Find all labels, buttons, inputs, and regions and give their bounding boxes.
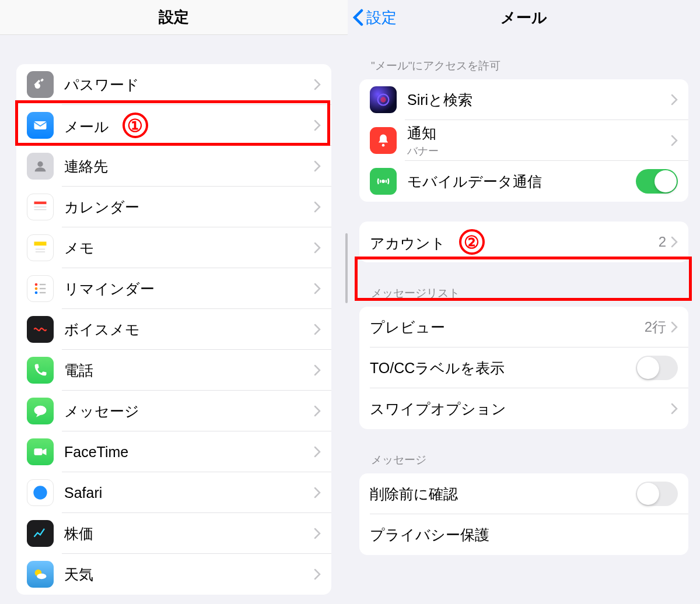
- chevron-right-icon: [671, 135, 678, 146]
- chevron-right-icon: [671, 94, 678, 106]
- settings-item-mail[interactable]: メール ①: [16, 105, 331, 146]
- settings-item-contacts[interactable]: 連絡先: [16, 146, 331, 187]
- annotation-badge-2: ②: [459, 229, 485, 255]
- svg-rect-9: [34, 242, 47, 246]
- chevron-right-icon: [314, 324, 321, 335]
- navbar-settings: 設定: [0, 0, 348, 35]
- settings-item-label: カレンダー: [64, 198, 314, 217]
- siri-label: Siriと検索: [407, 90, 671, 110]
- chevron-right-icon: [671, 403, 678, 415]
- chevron-right-icon: [314, 201, 321, 213]
- cellular-data-row: モバイルデータ通信: [359, 161, 688, 202]
- chevron-right-icon: [671, 236, 678, 248]
- phone-icon: [27, 357, 54, 384]
- svg-rect-6: [34, 204, 47, 212]
- settings-item-label: FaceTime: [64, 444, 314, 461]
- message-list-header: メッセージリスト: [359, 286, 688, 307]
- calendar-icon: [27, 194, 54, 220]
- page-title: 設定: [159, 7, 189, 27]
- svg-rect-2: [40, 79, 44, 82]
- svg-rect-20: [34, 448, 43, 455]
- swipe-row[interactable]: スワイプオプション: [359, 388, 688, 429]
- settings-item-safari[interactable]: Safari: [16, 472, 331, 513]
- reminders-icon: [27, 275, 54, 302]
- svg-point-26: [382, 144, 385, 147]
- settings-item-label: 電話: [64, 361, 314, 380]
- swipe-label: スワイプオプション: [370, 399, 671, 419]
- chevron-right-icon: [314, 160, 321, 172]
- key-icon: [27, 71, 54, 98]
- navbar-mail: 設定 メール: [348, 0, 700, 35]
- safari-icon: [27, 479, 54, 506]
- mail-icon: [27, 112, 54, 139]
- notif-label: 通知: [407, 124, 671, 143]
- settings-item-label: 天気: [64, 565, 314, 584]
- settings-item-facetime[interactable]: FaceTime: [16, 431, 331, 472]
- chevron-right-icon: [671, 321, 678, 333]
- tocc-label: TO/CCラベルを表示: [370, 359, 636, 378]
- settings-item-label: メッセージ: [64, 402, 314, 421]
- chevron-right-icon: [314, 528, 321, 539]
- settings-item-phone[interactable]: 電話: [16, 350, 331, 391]
- svg-rect-10: [34, 246, 47, 254]
- voicememo-icon: [27, 316, 54, 343]
- chevron-right-icon: [314, 364, 321, 376]
- settings-item-notes[interactable]: メモ: [16, 227, 331, 268]
- notifications-row[interactable]: 通知 バナー: [359, 120, 688, 161]
- svg-point-23: [37, 574, 46, 579]
- chevron-right-icon: [314, 242, 321, 254]
- notes-icon: [27, 234, 54, 261]
- notif-sublabel: バナー: [407, 144, 671, 158]
- chevron-right-icon: [314, 283, 321, 294]
- settings-item-label: メール ①: [64, 113, 314, 138]
- chevron-right-icon: [314, 405, 321, 417]
- confirm-delete-toggle[interactable]: [636, 482, 678, 506]
- accounts-label: アカウント ②: [370, 229, 659, 255]
- settings-item-reminders[interactable]: リマインダー: [16, 268, 331, 309]
- privacy-label: プライバシー保護: [370, 525, 678, 545]
- settings-item-stocks[interactable]: 株価: [16, 513, 331, 554]
- allow-access-header: "メール"にアクセスを許可: [359, 58, 688, 79]
- settings-item-messages[interactable]: メッセージ: [16, 391, 331, 431]
- svg-point-4: [37, 161, 43, 167]
- settings-item-label: 株価: [64, 524, 314, 543]
- settings-item-calendar[interactable]: カレンダー: [16, 187, 331, 227]
- bell-icon: [370, 127, 397, 154]
- settings-item-voicememo[interactable]: ボイスメモ: [16, 309, 331, 350]
- cellular-toggle[interactable]: [636, 169, 678, 194]
- tocc-toggle[interactable]: [636, 356, 678, 380]
- preview-label: プレビュー: [370, 318, 645, 337]
- confirm-delete-label: 削除前に確認: [370, 484, 636, 504]
- message-header: メッセージ: [359, 452, 688, 473]
- accounts-value: 2: [659, 234, 666, 250]
- settings-item-label: ボイスメモ: [64, 320, 314, 339]
- confirm-delete-row: 削除前に確認: [359, 473, 688, 514]
- stocks-icon: [27, 520, 54, 547]
- contacts-icon: [27, 153, 54, 180]
- svg-point-14: [35, 287, 38, 290]
- preview-row[interactable]: プレビュー 2行: [359, 307, 688, 347]
- chevron-right-icon: [314, 487, 321, 498]
- back-label: 設定: [366, 8, 397, 28]
- annotation-badge-1: ①: [123, 113, 148, 138]
- facetime-icon: [27, 438, 54, 465]
- page-title: メール: [501, 8, 547, 28]
- privacy-row[interactable]: プライバシー保護: [359, 514, 688, 555]
- chevron-right-icon: [314, 568, 321, 580]
- back-button[interactable]: 設定: [352, 8, 397, 28]
- tocc-row: TO/CCラベルを表示: [359, 347, 688, 388]
- preview-value: 2行: [645, 318, 666, 336]
- weather-icon: [27, 561, 54, 588]
- svg-point-25: [380, 97, 386, 102]
- settings-item-label: メモ: [64, 238, 314, 258]
- chevron-right-icon: [314, 446, 321, 458]
- settings-item-passwords[interactable]: パスワード: [16, 64, 331, 105]
- messages-icon: [27, 398, 54, 424]
- cellular-label: モバイルデータ通信: [407, 172, 636, 191]
- accounts-row[interactable]: アカウント ② 2: [359, 222, 688, 262]
- settings-item-weather[interactable]: 天気: [16, 554, 331, 595]
- settings-item-label: 連絡先: [64, 157, 314, 176]
- siri-search-row[interactable]: Siriと検索: [359, 79, 688, 120]
- svg-rect-5: [34, 202, 47, 205]
- antenna-icon: [370, 168, 397, 195]
